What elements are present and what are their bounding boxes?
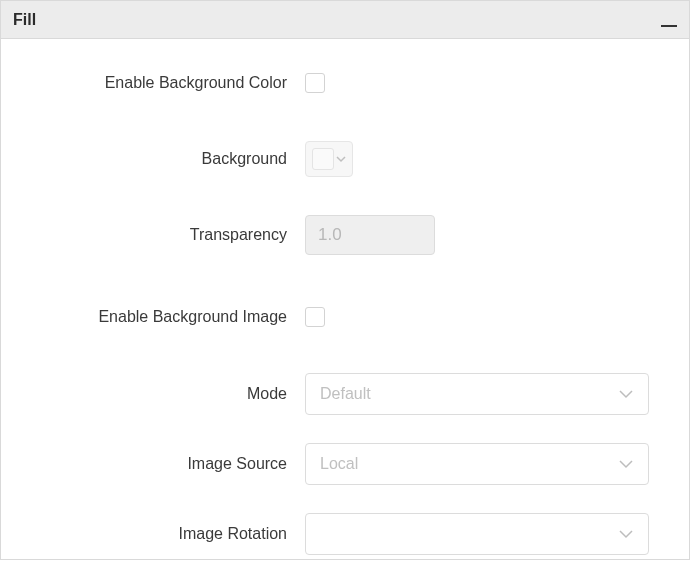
chevron-down-icon bbox=[336, 154, 346, 164]
svg-rect-0 bbox=[661, 25, 677, 27]
chevron-down-icon bbox=[618, 529, 634, 539]
transparency-input[interactable] bbox=[306, 216, 435, 254]
chevron-down-icon bbox=[618, 389, 634, 399]
mode-select-value: Default bbox=[320, 385, 371, 403]
label-image-source: Image Source bbox=[33, 455, 305, 473]
row-transparency: Transparency bbox=[1, 215, 689, 255]
checkbox-enable-bg-image[interactable] bbox=[305, 307, 325, 327]
row-background: Background bbox=[1, 139, 689, 179]
panel-header: Fill bbox=[1, 1, 689, 39]
label-enable-bg-color: Enable Background Color bbox=[33, 74, 305, 92]
collapse-icon[interactable] bbox=[661, 9, 677, 31]
transparency-spinner bbox=[305, 215, 435, 255]
checkbox-enable-bg-color[interactable] bbox=[305, 73, 325, 93]
mode-select[interactable]: Default bbox=[305, 373, 649, 415]
image-source-select[interactable]: Local bbox=[305, 443, 649, 485]
image-rotation-select[interactable] bbox=[305, 513, 649, 555]
label-enable-bg-image: Enable Background Image bbox=[33, 308, 305, 326]
row-enable-bg-color: Enable Background Color bbox=[1, 63, 689, 103]
label-image-rotation: Image Rotation bbox=[33, 525, 305, 543]
label-mode: Mode bbox=[33, 385, 305, 403]
color-swatch-icon bbox=[312, 148, 334, 170]
chevron-down-icon bbox=[618, 459, 634, 469]
row-mode: Mode Default bbox=[1, 373, 689, 415]
row-image-rotation: Image Rotation bbox=[1, 513, 689, 555]
panel-body: Enable Background Color Background Trans… bbox=[1, 39, 689, 561]
image-source-select-value: Local bbox=[320, 455, 358, 473]
label-transparency: Transparency bbox=[33, 226, 305, 244]
row-enable-bg-image: Enable Background Image bbox=[1, 297, 689, 337]
panel-title: Fill bbox=[13, 11, 36, 29]
background-color-picker[interactable] bbox=[305, 141, 353, 177]
label-background: Background bbox=[33, 150, 305, 168]
fill-panel: Fill Enable Background Color Background bbox=[0, 0, 690, 560]
row-image-source: Image Source Local bbox=[1, 443, 689, 485]
